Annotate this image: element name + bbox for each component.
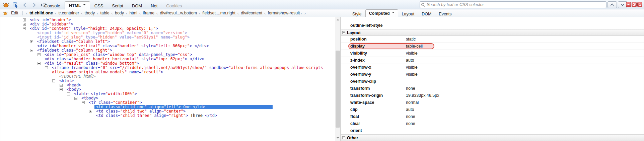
expand-twisty-icon[interactable] <box>23 23 26 26</box>
firebug-icon[interactable] <box>2 1 10 9</box>
computed-row-overflow-clip[interactable]: overflow-clip <box>341 78 644 85</box>
property-name: visibility <box>341 51 367 56</box>
tree-node-table[interactable]: <table style="width:100%"> <box>0 92 335 96</box>
computed-row-overflow-x[interactable]: overflow-xvisible <box>341 64 644 71</box>
collapse-twisty-icon[interactable] <box>342 136 345 139</box>
code-token: "slug" <box>173 35 187 40</box>
computed-row-white-space[interactable]: white-spacenormal <box>341 99 644 106</box>
breadcrumb-item-tbody[interactable]: tbody <box>85 11 95 15</box>
collapse-twisty-icon[interactable] <box>23 27 26 30</box>
collapse-twisty-icon[interactable] <box>342 31 345 34</box>
breadcrumb-separator-icon: ‹ <box>95 11 100 16</box>
code-token: <fieldset class= <box>37 39 76 44</box>
code-token: "left: 866px;" <box>156 44 190 48</box>
computed-row-float[interactable]: floatnone <box>341 113 644 120</box>
expand-twisty-icon[interactable] <box>38 53 41 56</box>
computed-row-position[interactable]: positionstatic <box>341 36 644 43</box>
code-token: <!DOCTYPE html> <box>59 74 95 79</box>
back-icon[interactable] <box>21 1 28 9</box>
code-token: <div id= <box>37 44 57 48</box>
code-token: > <box>69 17 71 22</box>
edit-button[interactable]: Edit <box>8 11 21 15</box>
tab-css[interactable]: CSS <box>90 2 108 9</box>
computed-row-clip[interactable]: clipauto <box>341 106 644 113</box>
tree-node-html[interactable]: <html> <box>0 79 335 83</box>
collapse-twisty-icon[interactable] <box>38 62 41 65</box>
collapse-twisty-icon[interactable] <box>74 97 77 100</box>
expand-twisty-icon[interactable] <box>23 18 26 21</box>
computed-group-layout[interactable]: Layout <box>341 29 644 36</box>
scroll-down-icon[interactable] <box>337 137 339 139</box>
collapse-twisty-icon[interactable] <box>45 66 48 69</box>
expand-twisty-icon[interactable] <box>60 84 63 87</box>
tab-net[interactable]: Net <box>146 2 162 9</box>
tab-cookies[interactable]: Cookies <box>162 2 186 9</box>
computed-row-display[interactable]: displaytable-cell <box>341 43 644 50</box>
computed-row-visibility[interactable]: visibilityvisible <box>341 50 644 57</box>
collapse-twisty-icon[interactable] <box>82 101 85 104</box>
breadcrumb-item-div-resul-w-bottom[interactable]: div#resul...w.bottom <box>160 11 197 15</box>
expand-twisty-icon[interactable] <box>30 40 33 43</box>
code-token: "version" <box>163 30 185 35</box>
code-token: > <box>187 35 190 40</box>
computed-row-orient[interactable]: orient <box>341 127 644 134</box>
breadcrumb-item-form-show-result[interactable]: form#show-result <box>268 11 300 15</box>
collapse-twisty-icon[interactable] <box>52 79 55 82</box>
side-tab-style[interactable]: Style <box>349 10 365 17</box>
minimize-button[interactable] <box>626 2 631 7</box>
expand-twisty-icon[interactable] <box>89 110 92 113</box>
breadcrumb-scroll-left-icon[interactable]: ‹ <box>300 11 303 16</box>
find-previous-button[interactable] <box>607 1 617 8</box>
search-input[interactable] <box>420 1 606 8</box>
breadcrumb-scroll-right-icon[interactable]: › <box>303 11 307 16</box>
code-token: "child three" <box>120 113 152 118</box>
tree-node-iframe[interactable]: <iframe frameborder="0" src="//fiddle.js… <box>0 66 335 70</box>
breadcrumb-separator-icon: ‹ <box>124 11 129 16</box>
collapse-twisty-icon[interactable] <box>67 92 70 95</box>
computed-row-clear[interactable]: clearnone <box>341 120 644 127</box>
tree-scrollbar[interactable] <box>335 17 341 141</box>
scroll-up-icon[interactable] <box>337 19 339 20</box>
tree-node-iframe-wrap[interactable]: allow-same-origin allow-modals" name="re… <box>0 70 335 74</box>
tab-script[interactable]: Script <box>108 2 128 9</box>
property-name: transform-origin <box>341 93 383 98</box>
detach-window-button[interactable] <box>632 2 637 7</box>
computed-row-outline-left-style[interactable]: outline-left-style <box>341 22 644 29</box>
forward-icon[interactable] <box>30 1 38 9</box>
breadcrumb-item-tr-container[interactable]: tr.container <box>58 11 79 15</box>
code-token: "hidden" <box>105 30 124 35</box>
tree-node-td-child-three[interactable]: <td class="child three" align="right"> T… <box>0 114 335 118</box>
tree-node-tbody[interactable]: <tbody> <box>0 96 335 100</box>
side-tab-events[interactable]: Events <box>435 10 455 17</box>
firebug-options-icon[interactable] <box>2 10 8 16</box>
tree-node-body[interactable]: <body> <box>0 87 335 92</box>
side-tab-computed[interactable]: Computed <box>365 9 398 17</box>
scrollbar-thumb[interactable] <box>336 51 340 128</box>
inspect-element-icon[interactable] <box>12 1 19 9</box>
breadcrumb-item-body[interactable]: body <box>115 11 124 15</box>
tab-dom[interactable]: DOM <box>128 2 146 9</box>
computed-row-overflow-y[interactable]: overflow-yvisible <box>341 71 644 78</box>
computed-row-z-index[interactable]: z-indexauto <box>341 57 644 64</box>
breadcrumb-item-table[interactable]: table <box>100 11 110 15</box>
breadcrumb-item-html[interactable]: html <box>129 11 137 15</box>
breadcrumb-item-iframe[interactable]: iframe <box>143 11 154 15</box>
tab-html[interactable]: HTML <box>65 1 90 9</box>
tree-node-doctype[interactable]: <!DOCTYPE html> <box>0 74 335 79</box>
computed-row-transform-origin[interactable]: transform-origin19.8333px 46.5px <box>341 92 644 99</box>
close-button[interactable] <box>637 2 642 7</box>
tab-console[interactable]: Console <box>40 2 65 9</box>
collapse-twisty-icon[interactable] <box>30 49 33 52</box>
breadcrumb-item-div-content[interactable]: div#content <box>241 11 262 15</box>
computed-group-other[interactable]: Other <box>341 134 644 141</box>
side-tab-dom[interactable]: DOM <box>418 10 435 17</box>
breadcrumb-item-td-child-one[interactable]: td.child.one <box>29 11 53 15</box>
code-token: "column right" <box>76 48 110 53</box>
breadcrumb-item-fieldset-mn-right[interactable]: fieldset....mn.right <box>202 11 235 15</box>
collapse-twisty-icon[interactable] <box>60 88 63 91</box>
computed-row-transform[interactable]: transformnone <box>341 85 644 92</box>
code-token: <tr class= <box>89 100 113 105</box>
code-token: "center" <box>164 109 183 114</box>
tree-node-head[interactable]: <head> <box>0 83 335 87</box>
side-tab-layout[interactable]: Layout <box>398 10 418 17</box>
